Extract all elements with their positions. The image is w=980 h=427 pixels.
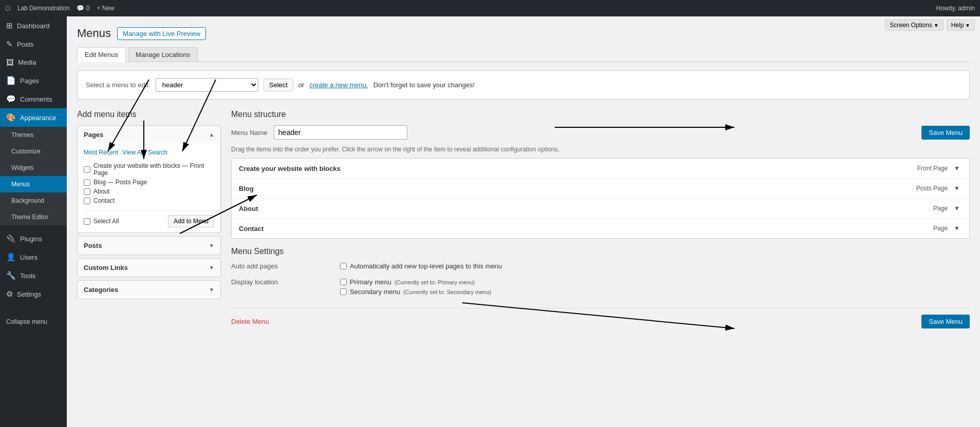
posts-icon: ✎ [6, 40, 13, 49]
sidebar-item-plugins[interactable]: 🔌 Plugins [0, 229, 67, 248]
background-label: Background [11, 197, 44, 204]
blog-item-type: Posts Page [916, 185, 948, 192]
most-recent-tab[interactable]: Most Recent [84, 149, 118, 156]
settings-icon: ⚙ [6, 289, 13, 299]
posts-panel-label: Posts [84, 242, 102, 249]
contact-label: Contact [93, 197, 115, 204]
select-all-label[interactable]: Select All [84, 218, 119, 225]
primary-menu-checkbox[interactable] [340, 279, 347, 285]
custom-links-accordion-header[interactable]: Custom Links ▼ [78, 259, 220, 277]
menu-item-contact[interactable]: Contact Page ▼ [232, 219, 969, 238]
sidebar-item-appearance[interactable]: 🎨 Appearance [0, 108, 67, 127]
secondary-menu-note: (Currently set to: Secondary menu) [403, 289, 491, 295]
posts-accordion: Posts ▼ [77, 236, 221, 255]
select-all-checkbox[interactable] [84, 218, 90, 225]
select-menu-button[interactable]: Select [263, 79, 293, 91]
pages-toggle-arrow: ▲ [209, 132, 214, 138]
sidebar-item-dashboard[interactable]: ⊞ Dashboard [0, 16, 67, 35]
about-expand-button[interactable]: ▼ [952, 204, 962, 213]
plugins-icon: 🔌 [6, 234, 16, 243]
menu-structure-panel: Menu structure Menu Name Save Menu Drag … [231, 110, 970, 328]
screen-meta-links: Screen Options Help [885, 20, 975, 31]
drag-info-text: Drag the items into the order you prefer… [231, 146, 970, 153]
sidebar-subitem-background[interactable]: Background [0, 192, 67, 209]
secondary-menu-label[interactable]: Secondary menu (Currently set to: Second… [340, 288, 970, 296]
sidebar-item-label: Appearance [20, 114, 56, 122]
search-tab[interactable]: Search [148, 149, 167, 156]
sidebar-subitem-theme-editor[interactable]: Theme Editor [0, 209, 67, 225]
view-all-tab[interactable]: View All [122, 149, 144, 156]
sidebar-item-media[interactable]: 🖼 Media [0, 53, 67, 71]
front-page-checkbox[interactable] [84, 166, 90, 173]
sidebar-item-posts[interactable]: ✎ Posts [0, 35, 67, 53]
categories-panel-label: Categories [84, 286, 118, 294]
new-content-link[interactable]: + New [97, 5, 114, 12]
admin-sidebar: ⊞ Dashboard ✎ Posts 🖼 Media 📄 Pages 💬 Co… [0, 16, 67, 427]
wp-logo-icon[interactable]: ⬡ [5, 5, 10, 12]
customize-label: Customize [11, 148, 41, 155]
auto-add-checkbox-label[interactable]: Automatically add new top-level pages to… [340, 262, 970, 270]
contact-checkbox[interactable] [84, 198, 90, 204]
menu-select-dropdown[interactable]: header footer secondary [156, 78, 258, 92]
sidebar-item-label: Media [18, 59, 36, 66]
page-header: Menus Manage with Live Preview [77, 27, 970, 40]
about-checkbox[interactable] [84, 188, 90, 195]
contact-expand-button[interactable]: ▼ [952, 224, 962, 233]
sidebar-item-comments[interactable]: 💬 Comments [0, 90, 67, 108]
primary-menu-text: Primary menu [350, 278, 391, 286]
menu-item-blog[interactable]: Blog Posts Page ▼ [232, 179, 969, 199]
screen-options-button[interactable]: Screen Options [885, 20, 943, 31]
delete-menu-link[interactable]: Delete Menu [231, 318, 269, 325]
sidebar-item-label: Comments [20, 95, 52, 103]
pages-icon: 📄 [6, 76, 16, 85]
save-menu-button-top[interactable]: Save Menu [921, 126, 970, 140]
sidebar-item-settings[interactable]: ⚙ Settings [0, 285, 67, 303]
sidebar-subitem-themes[interactable]: Themes [0, 127, 67, 143]
pages-accordion-header[interactable]: Pages ▲ [78, 126, 220, 144]
tab-manage-locations[interactable]: Manage Locations [128, 47, 198, 62]
admin-bar: ⬡ Lab Demonstration 💬 0 + New Howdy, adm… [0, 0, 980, 16]
nav-tabs: Edit Menus Manage Locations [77, 47, 970, 62]
front-page-expand-button[interactable]: ▼ [952, 164, 962, 173]
howdy-text: Howdy, admin [936, 5, 975, 12]
primary-menu-label[interactable]: Primary menu (Currently set to: Primary … [340, 278, 970, 286]
sidebar-subitem-widgets[interactable]: Widgets [0, 160, 67, 176]
collapse-menu-button[interactable]: Collapse menu [0, 314, 67, 330]
posts-toggle-arrow: ▼ [209, 243, 214, 248]
help-button[interactable]: Help [947, 20, 975, 31]
create-new-menu-link[interactable]: create a new menu. [309, 81, 368, 89]
menu-item-about[interactable]: About Page ▼ [232, 199, 969, 219]
blog-expand-button[interactable]: ▼ [952, 184, 962, 193]
sidebar-item-pages[interactable]: 📄 Pages [0, 71, 67, 90]
site-name[interactable]: Lab Demonstration [17, 5, 69, 12]
page-item-blog: Blog — Posts Page [84, 178, 214, 187]
page-item-about: About [84, 187, 214, 196]
menu-settings-heading: Menu Settings [231, 247, 970, 256]
sidebar-item-users[interactable]: 👤 Users [0, 248, 67, 266]
auto-add-label: Auto add pages [231, 262, 334, 270]
menu-name-input[interactable] [274, 125, 407, 140]
manage-live-preview-button[interactable]: Manage with Live Preview [117, 27, 206, 40]
auto-add-checkbox[interactable] [340, 263, 347, 269]
secondary-menu-text: Secondary menu [350, 288, 400, 296]
sidebar-item-label: Tools [20, 272, 35, 280]
front-page-item-name: Create your website with blocks [239, 165, 341, 172]
menu-item-front-page[interactable]: Create your website with blocks Front Pa… [232, 159, 969, 179]
sidebar-subitem-menus[interactable]: Menus [0, 176, 67, 192]
categories-accordion-header[interactable]: Categories ▼ [78, 281, 220, 299]
pages-accordion: Pages ▲ Most Recent View All Search [77, 125, 221, 233]
sidebar-item-label: Plugins [20, 235, 42, 243]
add-menu-items-panel: Add menu items Pages ▲ Most Recent View … [77, 110, 221, 328]
sidebar-subitem-customize[interactable]: Customize [0, 143, 67, 160]
sidebar-item-tools[interactable]: 🔧 Tools [0, 266, 67, 285]
tab-edit-menus[interactable]: Edit Menus [77, 47, 126, 62]
posts-accordion-header[interactable]: Posts ▼ [78, 237, 220, 255]
secondary-menu-checkbox[interactable] [340, 288, 347, 295]
comments-link[interactable]: 💬 0 [77, 5, 89, 12]
page-title: Menus [77, 27, 111, 40]
contact-item-name: Contact [239, 225, 263, 232]
blog-checkbox[interactable] [84, 179, 90, 186]
save-menu-button-bottom[interactable]: Save Menu [921, 315, 970, 328]
tools-icon: 🔧 [6, 271, 16, 280]
add-to-menu-button[interactable]: Add to Menu [168, 215, 214, 227]
